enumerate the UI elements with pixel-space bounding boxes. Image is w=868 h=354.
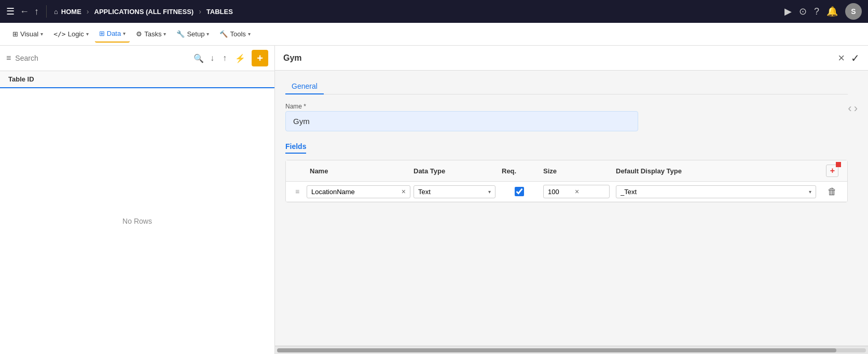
- upload-button[interactable]: ↑: [221, 52, 229, 64]
- header-datatype: Data Type: [410, 167, 499, 175]
- download-button[interactable]: ↓: [208, 52, 216, 64]
- data-icon: ⊞: [99, 30, 105, 37]
- field-name-cell: ×: [307, 185, 410, 198]
- data-type-select[interactable]: Text Number Date Boolean: [418, 188, 486, 196]
- breadcrumb-applications-label: APPLICATIONS (ALL FITNESS): [94, 8, 194, 16]
- back-button[interactable]: ←: [20, 6, 29, 17]
- fields-table-header: Name Data Type Req. Size Default Display…: [286, 160, 847, 182]
- data-type-dropdown-icon: ▾: [488, 189, 491, 195]
- display-type-dropdown-icon: ▾: [809, 189, 811, 195]
- nav-divider: [46, 5, 47, 18]
- header-req: Req.: [499, 167, 540, 175]
- header-size: Size: [540, 167, 613, 175]
- req-cell: [499, 187, 540, 196]
- scrollbar-thumb[interactable]: [277, 348, 836, 352]
- tab-general[interactable]: General: [285, 79, 324, 94]
- visual-icon: ⊞: [12, 30, 18, 38]
- left-panel: ≡ 🔍 ↓ ↑ ⚡ + Table ID No Rows: [0, 46, 275, 354]
- panel-next-arrow[interactable]: ›: [854, 102, 858, 115]
- filter-icon[interactable]: ≡: [6, 53, 11, 63]
- tasks-dropdown-icon: ▾: [163, 31, 166, 37]
- panel-prev-arrow[interactable]: ‹: [848, 102, 851, 115]
- breadcrumb-home-label: HOME: [61, 8, 81, 16]
- scrollbar-track[interactable]: [277, 348, 866, 352]
- name-field-label: Name *: [285, 103, 638, 110]
- req-checkbox[interactable]: [515, 187, 524, 196]
- hamburger-menu[interactable]: ☰: [6, 6, 15, 17]
- logic-icon: </>: [53, 30, 65, 38]
- name-field-input[interactable]: [285, 111, 638, 131]
- add-field-header: +: [819, 165, 845, 177]
- tools-dropdown-icon: ▾: [248, 31, 251, 37]
- fields-table: Name Data Type Req. Size Default Display…: [285, 160, 848, 202]
- breadcrumb-applications[interactable]: APPLICATIONS (ALL FITNESS): [94, 8, 194, 16]
- notifications-button[interactable]: 🔔: [826, 6, 838, 17]
- up-button[interactable]: ↑: [34, 6, 39, 17]
- table-row: ≡ × Text Number Date: [286, 182, 847, 202]
- size-input[interactable]: [548, 188, 573, 196]
- play-button[interactable]: ▶: [784, 6, 792, 17]
- breadcrumb-sep-2: ›: [199, 7, 201, 16]
- user-avatar[interactable]: S: [845, 3, 862, 20]
- drag-handle[interactable]: ≡: [288, 187, 307, 196]
- search-icon[interactable]: 🔍: [194, 53, 204, 63]
- lightning-button[interactable]: ⚡: [233, 52, 247, 64]
- add-table-button[interactable]: +: [252, 50, 268, 66]
- setup-icon: 🔧: [176, 30, 185, 38]
- panel-header-actions: × ✓: [838, 51, 860, 65]
- size-cell: ×: [543, 185, 610, 198]
- panel-confirm-button[interactable]: ✓: [851, 52, 860, 64]
- search-bar: ≡ 🔍 ↓ ↑ ⚡ +: [0, 46, 274, 71]
- data-label: Data: [107, 30, 121, 37]
- delete-field-button[interactable]: 🗑: [828, 186, 837, 197]
- top-navigation: ☰ ← ↑ ⌂ HOME › APPLICATIONS (ALL FITNESS…: [0, 0, 868, 23]
- panel-top-area: General Name * Fields: [285, 79, 858, 202]
- breadcrumb-tables[interactable]: TABLES: [206, 8, 233, 16]
- logic-menu[interactable]: </> Logic ▾: [49, 26, 93, 43]
- main-area: ≡ 🔍 ↓ ↑ ⚡ + Table ID No Rows Gym × ✓: [0, 46, 868, 354]
- help-button[interactable]: ?: [814, 6, 819, 17]
- data-type-cell: Text Number Date Boolean ▾: [414, 185, 495, 198]
- size-clear-button[interactable]: ×: [575, 187, 579, 196]
- no-rows-label: No Rows: [0, 88, 274, 354]
- search-input[interactable]: [15, 54, 189, 62]
- breadcrumb-tables-label: TABLES: [206, 8, 233, 16]
- header-displaytype: Default Display Type: [613, 167, 819, 175]
- main-toolbar: ⊞ Visual ▾ </> Logic ▾ ⊞ Data ▾ ⚙ Tasks …: [0, 23, 868, 46]
- panel-title: Gym: [283, 53, 838, 63]
- display-type-select[interactable]: _Text _TextArea _Number _Date: [621, 188, 807, 196]
- tools-menu[interactable]: 🔨 Tools ▾: [215, 26, 254, 43]
- display-type-cell: _Text _TextArea _Number _Date ▾: [616, 185, 816, 198]
- panel-close-button[interactable]: ×: [838, 51, 845, 65]
- header-name: Name: [307, 167, 410, 175]
- tasks-icon: ⚙: [136, 30, 142, 38]
- panel-scrollbar-area: [275, 346, 868, 354]
- panel-top-content: General Name * Fields: [285, 79, 848, 202]
- setup-dropdown-icon: ▾: [206, 31, 209, 37]
- table-id-header: Table ID: [0, 71, 274, 88]
- logic-dropdown-icon: ▾: [86, 31, 89, 37]
- add-field-button[interactable]: +: [826, 165, 838, 177]
- logic-label: Logic: [68, 30, 84, 38]
- field-name-clear-button[interactable]: ×: [402, 188, 406, 195]
- tasks-label: Tasks: [144, 30, 161, 38]
- fields-section: Fields Name Data Type Req. Size Default …: [285, 142, 848, 202]
- setup-menu[interactable]: 🔧 Setup ▾: [172, 26, 213, 43]
- visual-dropdown-icon: ▾: [40, 31, 43, 37]
- right-panel: Gym × ✓ General Name *: [275, 46, 868, 354]
- data-menu[interactable]: ⊞ Data ▾: [95, 26, 130, 43]
- setup-label: Setup: [187, 30, 204, 38]
- home-icon: ⌂: [54, 8, 58, 16]
- fields-section-label: Fields: [285, 142, 306, 154]
- tasks-menu[interactable]: ⚙ Tasks ▾: [132, 26, 170, 43]
- visual-label: Visual: [20, 30, 38, 38]
- panel-tabs: General: [285, 79, 848, 94]
- search-nav-button[interactable]: ⊙: [799, 6, 807, 17]
- breadcrumb-sep-1: ›: [87, 7, 89, 16]
- name-field-container: Name *: [285, 103, 638, 131]
- visual-menu[interactable]: ⊞ Visual ▾: [8, 26, 47, 43]
- tools-icon: 🔨: [219, 30, 228, 38]
- breadcrumb-home[interactable]: ⌂ HOME: [54, 8, 81, 16]
- panel-content: General Name * Fields: [275, 71, 868, 346]
- field-name-input[interactable]: [311, 188, 399, 196]
